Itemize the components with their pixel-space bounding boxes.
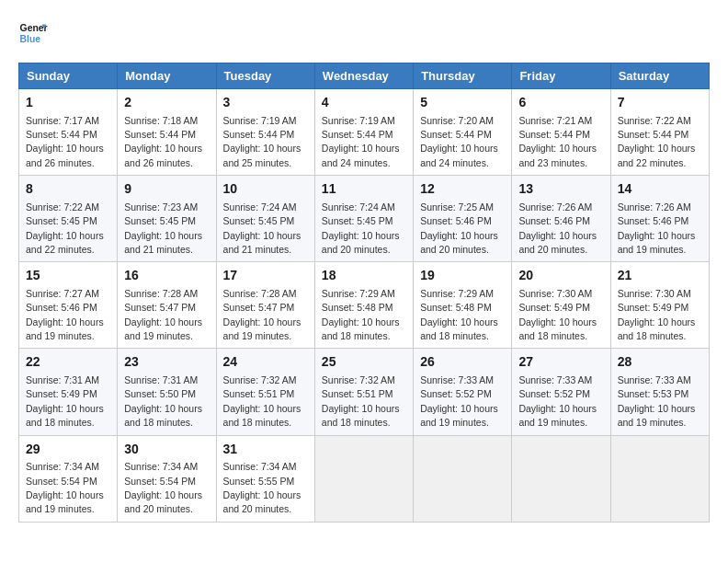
day-number: 28 [618,353,702,372]
day-number: 15 [26,267,110,285]
day-number: 13 [518,180,603,199]
weekday-header: Sunday [19,63,118,89]
day-number: 10 [223,180,308,199]
day-number: 2 [124,94,209,112]
day-info: Sunrise: 7:25 AMSunset: 5:46 PMDaylight:… [420,201,498,255]
day-number: 5 [420,94,505,112]
day-number: 4 [322,94,406,112]
calendar-cell: 30 Sunrise: 7:34 AMSunset: 5:54 PMDaylig… [118,435,216,522]
day-info: Sunrise: 7:31 AMSunset: 5:49 PMDaylight:… [26,374,104,428]
day-info: Sunrise: 7:31 AMSunset: 5:50 PMDaylight:… [124,374,202,428]
day-info: Sunrise: 7:34 AMSunset: 5:54 PMDaylight:… [124,461,202,514]
day-number: 6 [518,94,603,112]
day-info: Sunrise: 7:21 AMSunset: 5:44 PMDaylight:… [518,115,597,168]
calendar-cell: 20 Sunrise: 7:30 AMSunset: 5:49 PMDaylig… [512,262,610,349]
day-number: 11 [322,180,406,199]
logo: General Blue [18,18,51,48]
weekday-header: Friday [512,63,610,89]
day-number: 29 [26,441,110,459]
calendar-cell: 16 Sunrise: 7:28 AMSunset: 5:47 PMDaylig… [118,262,216,349]
calendar-cell: 18 Sunrise: 7:29 AMSunset: 5:48 PMDaylig… [314,262,413,349]
day-info: Sunrise: 7:33 AMSunset: 5:52 PMDaylight:… [518,374,597,428]
calendar-cell: 12 Sunrise: 7:25 AMSunset: 5:46 PMDaylig… [414,176,512,262]
day-number: 26 [420,353,505,372]
day-number: 24 [223,353,308,372]
day-info: Sunrise: 7:22 AMSunset: 5:45 PMDaylight:… [26,201,104,255]
page-header: General Blue [18,18,710,48]
weekday-header: Wednesday [314,63,413,89]
day-number: 9 [124,180,209,199]
day-info: Sunrise: 7:23 AMSunset: 5:45 PMDaylight:… [124,201,202,255]
day-number: 27 [518,353,603,372]
day-info: Sunrise: 7:29 AMSunset: 5:48 PMDaylight:… [322,288,400,341]
day-info: Sunrise: 7:17 AMSunset: 5:44 PMDaylight:… [26,115,104,168]
logo-icon: General Blue [18,18,48,48]
calendar-cell [314,435,413,522]
calendar-table: SundayMondayTuesdayWednesdayThursdayFrid… [18,63,710,523]
day-number: 18 [322,267,406,285]
day-info: Sunrise: 7:20 AMSunset: 5:44 PMDaylight:… [420,115,498,168]
calendar-cell: 5 Sunrise: 7:20 AMSunset: 5:44 PMDayligh… [414,89,512,176]
day-info: Sunrise: 7:19 AMSunset: 5:44 PMDaylight:… [322,115,400,168]
weekday-header: Tuesday [216,63,314,89]
calendar-cell [512,435,610,522]
day-info: Sunrise: 7:22 AMSunset: 5:44 PMDaylight:… [618,115,696,168]
day-info: Sunrise: 7:30 AMSunset: 5:49 PMDaylight:… [518,288,597,341]
calendar-cell: 7 Sunrise: 7:22 AMSunset: 5:44 PMDayligh… [610,89,709,176]
calendar-week-row: 1 Sunrise: 7:17 AMSunset: 5:44 PMDayligh… [19,89,710,176]
calendar-week-row: 22 Sunrise: 7:31 AMSunset: 5:49 PMDaylig… [19,349,710,435]
calendar-cell: 24 Sunrise: 7:32 AMSunset: 5:51 PMDaylig… [216,349,314,435]
calendar-cell: 28 Sunrise: 7:33 AMSunset: 5:53 PMDaylig… [610,349,709,435]
calendar-cell: 19 Sunrise: 7:29 AMSunset: 5:48 PMDaylig… [414,262,512,349]
day-number: 3 [223,94,308,112]
day-number: 25 [322,353,406,372]
calendar-cell: 9 Sunrise: 7:23 AMSunset: 5:45 PMDayligh… [118,176,216,262]
day-number: 20 [518,267,603,285]
calendar-cell: 15 Sunrise: 7:27 AMSunset: 5:46 PMDaylig… [19,262,118,349]
day-number: 22 [26,353,110,372]
day-info: Sunrise: 7:19 AMSunset: 5:44 PMDaylight:… [223,115,301,168]
day-number: 30 [124,441,209,459]
calendar-cell: 21 Sunrise: 7:30 AMSunset: 5:49 PMDaylig… [610,262,709,349]
calendar-cell: 6 Sunrise: 7:21 AMSunset: 5:44 PMDayligh… [512,89,610,176]
day-info: Sunrise: 7:26 AMSunset: 5:46 PMDaylight:… [618,201,696,255]
weekday-header: Saturday [610,63,709,89]
calendar-cell: 11 Sunrise: 7:24 AMSunset: 5:45 PMDaylig… [314,176,413,262]
calendar-cell: 22 Sunrise: 7:31 AMSunset: 5:49 PMDaylig… [19,349,118,435]
calendar-week-row: 15 Sunrise: 7:27 AMSunset: 5:46 PMDaylig… [19,262,710,349]
day-number: 1 [26,94,110,112]
weekday-header-row: SundayMondayTuesdayWednesdayThursdayFrid… [19,63,710,89]
calendar-week-row: 29 Sunrise: 7:34 AMSunset: 5:54 PMDaylig… [19,435,710,522]
day-info: Sunrise: 7:32 AMSunset: 5:51 PMDaylight:… [223,374,301,428]
day-info: Sunrise: 7:32 AMSunset: 5:51 PMDaylight:… [322,374,400,428]
calendar-cell [610,435,709,522]
calendar-cell: 1 Sunrise: 7:17 AMSunset: 5:44 PMDayligh… [19,89,118,176]
day-info: Sunrise: 7:29 AMSunset: 5:48 PMDaylight:… [420,288,498,341]
calendar-cell [414,435,512,522]
weekday-header: Monday [118,63,216,89]
calendar-cell: 10 Sunrise: 7:24 AMSunset: 5:45 PMDaylig… [216,176,314,262]
calendar-cell: 26 Sunrise: 7:33 AMSunset: 5:52 PMDaylig… [414,349,512,435]
day-info: Sunrise: 7:26 AMSunset: 5:46 PMDaylight:… [518,201,597,255]
calendar-cell: 8 Sunrise: 7:22 AMSunset: 5:45 PMDayligh… [19,176,118,262]
day-info: Sunrise: 7:33 AMSunset: 5:53 PMDaylight:… [618,374,696,428]
svg-text:Blue: Blue [20,34,41,44]
calendar-cell: 23 Sunrise: 7:31 AMSunset: 5:50 PMDaylig… [118,349,216,435]
day-number: 12 [420,180,505,199]
day-info: Sunrise: 7:24 AMSunset: 5:45 PMDaylight:… [223,201,301,255]
weekday-header: Thursday [414,63,512,89]
day-number: 23 [124,353,209,372]
calendar-cell: 4 Sunrise: 7:19 AMSunset: 5:44 PMDayligh… [314,89,413,176]
calendar-cell: 2 Sunrise: 7:18 AMSunset: 5:44 PMDayligh… [118,89,216,176]
day-info: Sunrise: 7:18 AMSunset: 5:44 PMDaylight:… [124,115,202,168]
day-number: 14 [618,180,702,199]
day-number: 16 [124,267,209,285]
day-number: 17 [223,267,308,285]
calendar-cell: 25 Sunrise: 7:32 AMSunset: 5:51 PMDaylig… [314,349,413,435]
calendar-cell: 29 Sunrise: 7:34 AMSunset: 5:54 PMDaylig… [19,435,118,522]
day-info: Sunrise: 7:27 AMSunset: 5:46 PMDaylight:… [26,288,104,341]
day-number: 19 [420,267,505,285]
day-number: 8 [26,180,110,199]
day-info: Sunrise: 7:28 AMSunset: 5:47 PMDaylight:… [124,288,202,341]
calendar-cell: 3 Sunrise: 7:19 AMSunset: 5:44 PMDayligh… [216,89,314,176]
